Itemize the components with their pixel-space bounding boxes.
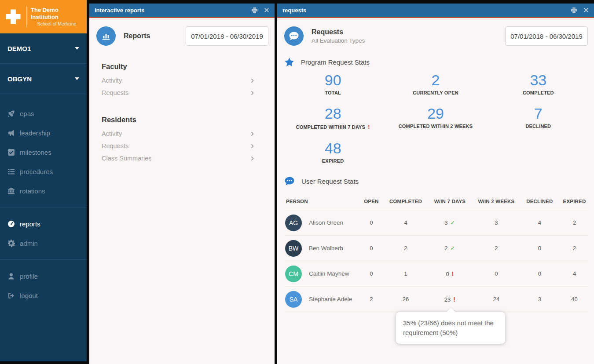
col-open: OPEN [356,192,386,210]
sidebar-item-admin[interactable]: admin [0,233,87,253]
table-row[interactable]: BWBen Wolberb 0 2 2✓ 2 0 2 [285,236,588,261]
stat-label: CURRENTLY OPEN [384,90,487,95]
close-icon[interactable] [264,7,269,13]
date-range-input[interactable]: 07/01/2018 - 06/30/2019 [505,26,588,46]
chevron-right-icon [249,90,255,96]
stat-value: 90 [282,72,384,88]
reports-title: Reports [124,32,150,40]
stat-value: 29 [384,105,487,122]
sidebar-item-label: profile [20,273,38,280]
col-declined: DECLINED [518,192,561,210]
chevron-right-icon [249,78,255,84]
date-range-input[interactable]: 07/01/2018 - 06/30/2019 [186,26,268,46]
sidebar-item-label: epas [20,110,34,117]
cell-win-7-days: 0! [425,261,475,287]
avatar: CM [285,266,302,282]
chevron-right-icon [249,131,255,137]
cell-open: 2 [356,287,386,312]
chevron-right-icon [249,156,255,161]
table-row[interactable]: SAStephanie Adele 2 26 23! 24 3 40 [285,287,588,312]
logo-divider [26,6,27,27]
table-header-row: PERSON OPEN COMPLETED W/IN 7 DAYS W/IN 2… [285,192,588,210]
stat-completed: 33 COMPLETED [487,72,590,95]
org-selector[interactable]: DEMO1 [0,33,87,64]
alert-icon: ! [453,296,455,303]
stat-label: EXPIRED [282,158,384,164]
report-link-label: Activity [102,130,122,137]
report-link-faculty-activity[interactable]: Activity [102,74,255,87]
report-link-residents-requests[interactable]: Requests [102,140,255,152]
cell-expired: 4 [561,261,588,287]
program-stats-header: Program Request Stats [277,52,594,71]
department-selector[interactable]: OBGYN [0,64,87,94]
dashboard-icon [7,220,15,228]
sidebar-item-reports[interactable]: reports [0,214,87,233]
col-completed: COMPLETED [386,192,425,210]
chevron-right-icon [249,143,255,149]
tooltip-text: 35% (23/66) does not meet the requiremen… [403,319,494,336]
cell-declined: 0 [518,261,561,287]
cell-open: 0 [356,236,386,261]
sidebar-item-leadership[interactable]: leadership [0,123,87,142]
avatar: BW [285,240,302,257]
sidebar-item-label: procedures [20,168,53,175]
sidebar-divider [0,207,87,207]
star-icon [284,57,294,67]
requests-header: Requests All Evaluation Types 07/01/2018… [277,18,594,52]
stat-total: 90 TOTAL [282,72,384,95]
requests-title: Requests [312,28,365,36]
table-row[interactable]: AGAlison Green 0 4 3✓ 3 4 2 [285,210,588,236]
report-link-faculty-requests[interactable]: Requests [102,87,255,99]
sidebar-item-label: logout [20,292,38,299]
sidebar-nav: epas leadership milestones procedures ro… [0,94,87,305]
requests-titlebar: requests [277,4,594,18]
stat-value: 48 [282,140,384,157]
requirement-tooltip: 35% (23/66) does not meet the requiremen… [396,312,505,344]
alert-icon: ! [368,124,370,130]
stat-value: 2 [384,72,487,88]
col-win-2-weeks: W/IN 2 WEEKS [474,192,518,210]
sidebar-item-milestones[interactable]: milestones [0,142,87,162]
avatar: SA [285,291,302,308]
program-stats-grid: 90 TOTAL 2 CURRENTLY OPEN 33 COMPLETED 2… [277,71,594,164]
close-icon[interactable] [583,7,589,13]
sidebar-item-procedures[interactable]: procedures [0,162,87,181]
panel-title: requests [282,7,306,14]
requests-subtitle: All Evaluation Types [312,37,365,44]
stat-value: 7 [487,105,590,122]
cell-win-2-weeks: 3 [474,210,518,236]
print-icon[interactable] [251,7,258,14]
cell-expired: 40 [561,287,588,312]
stat-label: COMPLETED WITHIN 7 DAYS! [282,124,384,130]
sidebar-item-epas[interactable]: epas [0,104,87,123]
stat-currently-open: 2 CURRENTLY OPEN [384,72,487,95]
report-link-residents-class-summaries[interactable]: Class Summaries [102,152,255,164]
stat-completed-2-weeks: 29 COMPLETED WITHIN 2 WEEKS [384,105,487,130]
chevron-down-icon [75,47,79,50]
print-icon[interactable] [571,7,577,14]
bullhorn-icon [7,129,15,137]
cell-win-2-weeks: 0 [474,261,518,287]
cell-win-2-weeks: 24 [474,287,518,312]
interactive-reports-titlebar: interactive reports [89,4,275,18]
sidebar-item-label: reports [20,220,40,228]
sidebar-item-logout[interactable]: logout [0,286,87,305]
cell-open: 0 [356,210,386,236]
report-link-residents-activity[interactable]: Activity [102,127,255,140]
sidebar-item-label: admin [20,240,38,247]
user-stats-title: User Request Stats [301,178,359,185]
stat-completed-7-days: 28 COMPLETED WITHIN 7 DAYS! [282,105,384,130]
cell-expired: 2 [561,210,588,236]
check-square-icon [7,149,15,156]
sidebar-item-profile[interactable]: profile [0,266,87,286]
person-name: Caitlin Mayhew [309,270,349,277]
bar-chart-icon [96,26,116,46]
sidebar-item-rotations[interactable]: rotations [0,181,87,200]
table-row[interactable]: CMCaitlin Mayhew 0 1 0! 0 0 4 [285,261,588,287]
check-icon: ✓ [451,219,455,226]
university-icon [7,187,15,195]
gear-icon [7,240,15,247]
institution-name: The Demo Institution [31,7,83,21]
stat-label: TOTAL [282,90,384,95]
person-name: Ben Wolberb [309,245,343,251]
